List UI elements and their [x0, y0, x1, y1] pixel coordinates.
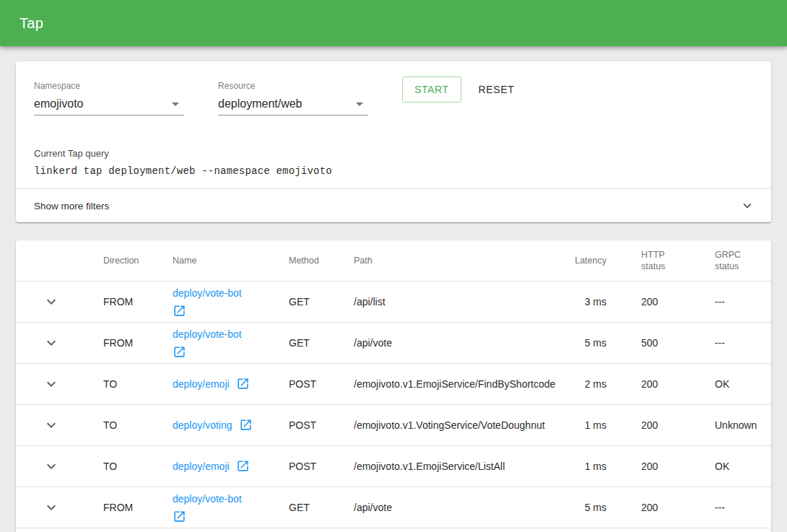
expand-cell: [16, 404, 103, 445]
grpc-status-cell: OK: [713, 363, 771, 404]
resource-value: deployment/web: [218, 95, 303, 113]
method-cell: POST: [289, 445, 354, 487]
name-cell: deploy/vote-bot: [173, 487, 289, 528]
open-in-new-icon[interactable]: [239, 418, 253, 432]
dropdown-arrow-icon: [167, 95, 184, 113]
col-header-latency: Latency: [556, 240, 606, 281]
resource-link[interactable]: deploy/emoji: [173, 378, 230, 390]
resource-label: Resource: [218, 81, 368, 91]
expand-cell: [16, 322, 103, 363]
tap-results-table: Direction Name Method Path Latency HTTP …: [16, 240, 771, 528]
open-in-new-icon[interactable]: [173, 304, 186, 318]
name-cell: deploy/vote-bot: [173, 281, 289, 322]
resource-link[interactable]: deploy/vote-bot: [173, 287, 242, 299]
namespace-label: Namespace: [34, 81, 184, 91]
query-card: Namespace emojivoto Resource deployment/…: [16, 61, 771, 222]
resource-link[interactable]: deploy/vote-bot: [173, 493, 242, 505]
method-cell: GET: [289, 322, 354, 363]
expand-row-button[interactable]: [43, 458, 60, 475]
direction-cell: TO: [103, 445, 173, 487]
col-header-grpc-status: GRPC status: [713, 240, 771, 281]
col-header-name: Name: [173, 240, 289, 281]
col-header-method: Method: [289, 240, 354, 281]
path-cell: /emojivoto.v1.EmojiService/FindByShortco…: [354, 363, 556, 404]
dropdown-arrow-icon: [351, 95, 368, 113]
expand-more-icon: [43, 334, 60, 352]
grpc-status-cell: Unknown: [713, 404, 771, 445]
http-status-cell: 200: [606, 404, 713, 445]
current-query-block: Current Tap query linkerd tap deployment…: [16, 148, 771, 177]
name-cell: deploy/emoji: [173, 363, 289, 404]
show-more-filters-toggle[interactable]: Show more filters: [16, 188, 771, 222]
expand-cell: [16, 487, 103, 528]
direction-cell: FROM: [103, 322, 173, 363]
path-cell: /api/list: [354, 281, 556, 322]
method-cell: GET: [289, 487, 354, 528]
http-status-cell: 200: [606, 445, 713, 487]
resource-link[interactable]: deploy/vote-bot: [173, 328, 242, 340]
query-form: Namespace emojivoto Resource deployment/…: [16, 61, 771, 115]
expand-more-icon: [43, 458, 60, 475]
table-row: FROMdeploy/vote-botGET/api/vote5 ms500--…: [16, 322, 771, 363]
expand-row-button[interactable]: [43, 375, 60, 393]
expand-cell: [16, 281, 103, 322]
grpc-status-cell: ---: [713, 322, 771, 363]
table-row: TOdeploy/votingPOST/emojivoto.v1.VotingS…: [16, 404, 771, 445]
latency-cell: 5 ms: [556, 487, 606, 528]
resource-link[interactable]: deploy/emoji: [173, 461, 230, 472]
resource-value-row: deployment/web: [218, 95, 368, 115]
path-cell: /api/vote: [354, 322, 556, 363]
namespace-value: emojivoto: [34, 95, 83, 113]
table-row: TOdeploy/emojiPOST/emojivoto.v1.EmojiSer…: [16, 363, 771, 404]
method-cell: POST: [289, 404, 354, 445]
table-row: FROMdeploy/vote-botGET/api/list3 ms200--…: [16, 281, 771, 322]
expand-more-icon: [43, 499, 60, 516]
expand-more-icon: [43, 375, 60, 393]
path-cell: /api/vote: [354, 487, 556, 528]
current-query-label: Current Tap query: [34, 148, 753, 159]
start-button[interactable]: START: [402, 77, 461, 103]
app-bar: Tap: [0, 0, 787, 46]
method-cell: GET: [289, 281, 354, 322]
expand-row-button[interactable]: [43, 499, 60, 516]
http-status-cell: 500: [606, 322, 713, 363]
tap-results-card: Direction Name Method Path Latency HTTP …: [16, 240, 771, 532]
resource-select[interactable]: Resource deployment/web: [218, 81, 368, 115]
expand-more-icon: [43, 293, 60, 310]
page-title: Tap: [19, 15, 43, 32]
http-status-cell: 200: [606, 487, 713, 528]
reset-button[interactable]: RESET: [473, 77, 521, 103]
name-cell: deploy/voting: [173, 404, 289, 445]
table-row: TOdeploy/emojiPOST/emojivoto.v1.EmojiSer…: [16, 445, 771, 487]
show-more-filters-label: Show more filters: [34, 201, 109, 212]
expand-row-button[interactable]: [43, 417, 60, 434]
http-status-cell: 200: [606, 281, 713, 322]
direction-cell: TO: [103, 363, 173, 404]
resource-link[interactable]: deploy/voting: [173, 419, 232, 431]
latency-cell: 5 ms: [556, 322, 606, 363]
expand-cell: [16, 363, 103, 404]
grpc-status-cell: ---: [713, 281, 771, 322]
table-row: FROMdeploy/vote-botGET/api/vote5 ms200--…: [16, 487, 771, 528]
open-in-new-icon[interactable]: [236, 377, 250, 391]
col-header-http-status: HTTP status: [606, 240, 713, 281]
grpc-status-cell: ---: [713, 487, 771, 528]
namespace-select[interactable]: Namespace emojivoto: [34, 81, 184, 115]
grpc-status-cell: OK: [713, 445, 771, 487]
expand-row-button[interactable]: [43, 293, 60, 310]
latency-cell: 1 ms: [556, 445, 606, 487]
open-in-new-icon[interactable]: [236, 459, 250, 473]
direction-cell: TO: [103, 404, 173, 445]
latency-cell: 3 ms: [556, 281, 606, 322]
open-in-new-icon[interactable]: [173, 510, 186, 523]
expand-cell: [16, 445, 103, 487]
path-cell: /emojivoto.v1.VotingService/VoteDoughnut: [354, 404, 556, 445]
path-cell: /emojivoto.v1.EmojiService/ListAll: [354, 445, 556, 487]
table-header-row: Direction Name Method Path Latency HTTP …: [16, 240, 771, 281]
expand-row-button[interactable]: [43, 334, 60, 352]
method-cell: POST: [289, 363, 354, 404]
namespace-value-row: emojivoto: [34, 95, 184, 115]
open-in-new-icon[interactable]: [173, 345, 186, 359]
current-query-value: linkerd tap deployment/web --namespace e…: [34, 165, 753, 177]
col-header-expand: [16, 240, 103, 281]
